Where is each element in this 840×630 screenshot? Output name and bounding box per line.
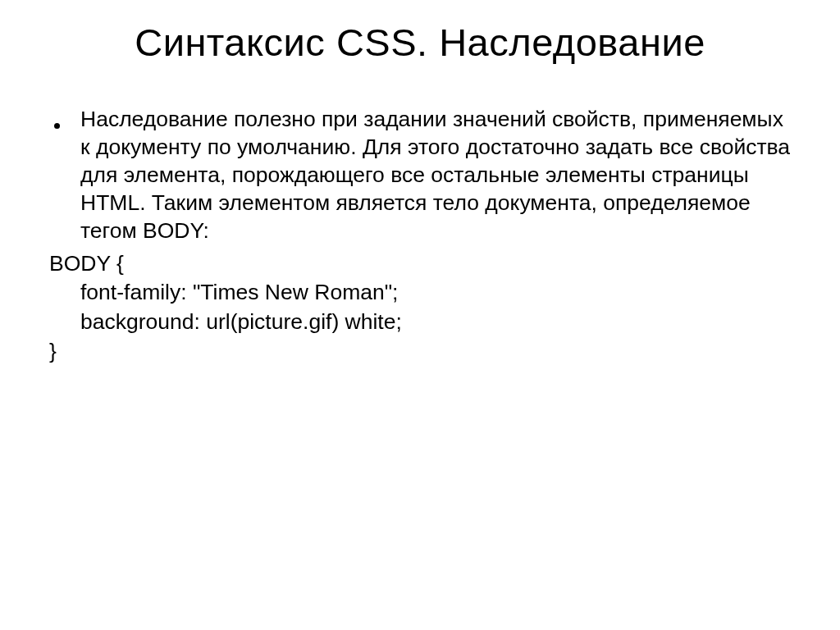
code-line-2: font-family: "Times New Roman"; xyxy=(49,279,791,307)
code-line-1: BODY { xyxy=(49,250,791,278)
bullet-text: Наследование полезно при задании значени… xyxy=(80,106,791,245)
slide-title: Синтаксис CSS. Наследование xyxy=(49,20,791,65)
bullet-marker-icon xyxy=(49,106,80,134)
code-line-3: background: url(picture.gif) white; xyxy=(49,308,791,336)
code-line-4: } xyxy=(49,338,791,366)
bullet-item: Наследование полезно при задании значени… xyxy=(49,106,791,245)
slide-content: Наследование полезно при задании значени… xyxy=(49,106,791,366)
